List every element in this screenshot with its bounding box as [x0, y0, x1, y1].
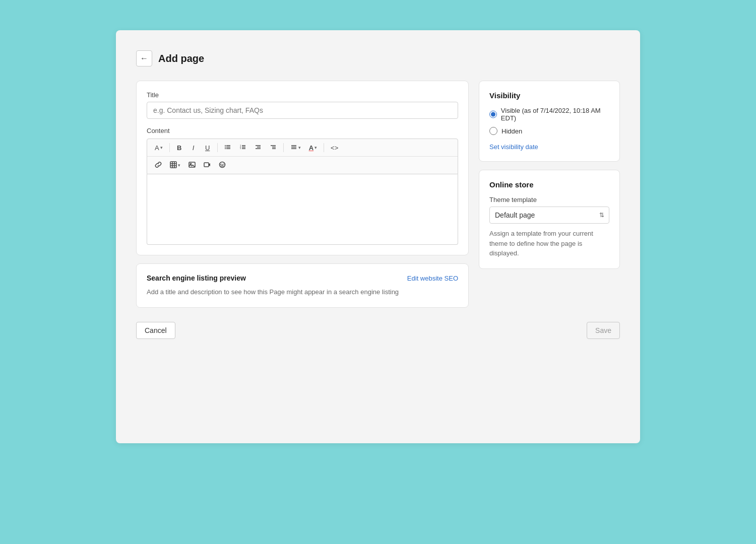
- indent-decrease-icon: [255, 144, 262, 152]
- svg-point-5: [225, 148, 226, 149]
- toolbar-underline-button[interactable]: U: [201, 141, 214, 154]
- toolbar-divider-4: [324, 143, 324, 152]
- visibility-visible-option[interactable]: Visible (as of 7/14/2022, 10:18 AM EDT): [489, 107, 609, 122]
- content-toolbar: A ▾ B I U: [147, 139, 458, 174]
- visibility-hidden-label: Hidden: [501, 127, 522, 135]
- underline-icon: U: [205, 144, 210, 152]
- svg-rect-28: [204, 163, 209, 167]
- toolbar-align-button[interactable]: ▾: [287, 141, 304, 154]
- title-input[interactable]: [147, 102, 458, 119]
- toolbar-divider-3: [283, 143, 284, 152]
- text-a-icon: A: [155, 144, 159, 152]
- toolbar-table-button[interactable]: ▾: [166, 159, 184, 172]
- toolbar-divider-2: [217, 143, 218, 152]
- svg-point-4: [225, 147, 226, 148]
- text-color-icon: A: [309, 144, 313, 152]
- link-icon: [155, 161, 162, 170]
- visibility-visible-radio[interactable]: [489, 110, 497, 118]
- seo-title: Search engine listing preview: [147, 274, 246, 282]
- toolbar-divider-1: [169, 143, 170, 152]
- table-chevron-icon: ▾: [178, 163, 180, 168]
- toolbar-italic-button[interactable]: I: [187, 141, 200, 154]
- italic-icon: I: [193, 144, 195, 152]
- visibility-hidden-option[interactable]: Hidden: [489, 127, 609, 135]
- right-column: Visibility Visible (as of 7/14/2022, 10:…: [479, 81, 620, 269]
- save-button[interactable]: Save: [587, 322, 620, 339]
- theme-template-label: Theme template: [489, 196, 609, 203]
- toolbar-unordered-list-button[interactable]: [221, 141, 235, 154]
- cancel-button[interactable]: Cancel: [136, 322, 175, 339]
- visibility-title: Visibility: [489, 91, 609, 100]
- list-unordered-icon: [224, 144, 231, 152]
- edit-seo-link[interactable]: Edit website SEO: [407, 275, 458, 282]
- seo-description: Add a title and description to see how t…: [147, 287, 458, 297]
- image-icon: [188, 161, 196, 170]
- assign-description: Assign a template from your current them…: [489, 229, 609, 258]
- indent-increase-icon: [270, 144, 277, 152]
- visibility-card: Visibility Visible (as of 7/14/2022, 10:…: [479, 81, 620, 162]
- online-store-title: Online store: [489, 180, 609, 189]
- toolbar-row-1: A ▾ B I U: [147, 139, 458, 157]
- online-store-card: Online store Theme template Default page…: [479, 170, 620, 269]
- page-container: ← Add page Title Content: [116, 30, 640, 443]
- toolbar-link-button[interactable]: [151, 159, 165, 172]
- html-icon: <>: [331, 144, 338, 152]
- toolbar-emoji-button[interactable]: [215, 159, 229, 172]
- toolbar-image-button[interactable]: [185, 159, 199, 172]
- color-chevron-icon: ▾: [314, 145, 317, 150]
- theme-select[interactable]: Default page Custom page Landing page: [489, 207, 609, 224]
- toolbar-video-button[interactable]: [200, 159, 214, 172]
- toolbar-bold-button[interactable]: B: [173, 141, 186, 154]
- title-field-group: Title: [147, 91, 458, 119]
- toolbar-html-button[interactable]: <>: [327, 141, 342, 154]
- toolbar-row-2: ▾: [147, 157, 458, 174]
- toolbar-indent-decrease-button[interactable]: [251, 141, 265, 154]
- back-button[interactable]: ←: [136, 50, 152, 66]
- chevron-down-icon: ▾: [160, 145, 163, 150]
- seo-header: Search engine listing preview Edit websi…: [147, 274, 458, 282]
- svg-point-3: [225, 145, 226, 146]
- toolbar-color-button[interactable]: A ▾: [305, 141, 321, 154]
- svg-rect-21: [170, 162, 176, 168]
- video-icon: [204, 161, 211, 170]
- emoji-icon: [219, 161, 226, 170]
- content-label: Content: [147, 127, 458, 134]
- visibility-radio-group: Visible (as of 7/14/2022, 10:18 AM EDT) …: [489, 107, 609, 135]
- bold-icon: B: [177, 144, 181, 152]
- theme-select-wrapper: Default page Custom page Landing page ⇅: [489, 207, 609, 224]
- back-arrow-icon: ←: [140, 54, 148, 63]
- toolbar-ordered-list-button[interactable]: 1 2 3: [236, 141, 250, 154]
- set-visibility-date-link[interactable]: Set visibility date: [489, 143, 538, 151]
- visibility-visible-label: Visible (as of 7/14/2022, 10:18 AM EDT): [501, 107, 609, 122]
- content-editor[interactable]: [147, 174, 458, 245]
- content-field-group: Content A ▾ B: [147, 127, 458, 245]
- footer-actions: Cancel Save: [136, 322, 620, 339]
- left-column: Title Content A ▾: [136, 81, 469, 308]
- page-title: Add page: [158, 53, 204, 64]
- toolbar-indent-increase-button[interactable]: [266, 141, 280, 154]
- title-label: Title: [147, 91, 458, 99]
- toolbar-text-format-button[interactable]: A ▾: [151, 141, 166, 154]
- seo-card: Search engine listing preview Edit websi…: [136, 263, 469, 308]
- title-content-card: Title Content A ▾: [136, 81, 469, 255]
- page-header: ← Add page: [136, 50, 620, 66]
- main-content: Title Content A ▾: [136, 81, 620, 308]
- align-chevron-icon: ▾: [298, 145, 301, 150]
- align-icon: [290, 144, 297, 152]
- list-ordered-icon: 1 2 3: [239, 144, 246, 152]
- svg-text:3: 3: [240, 147, 241, 150]
- visibility-hidden-radio[interactable]: [489, 127, 497, 135]
- table-icon: [170, 161, 177, 170]
